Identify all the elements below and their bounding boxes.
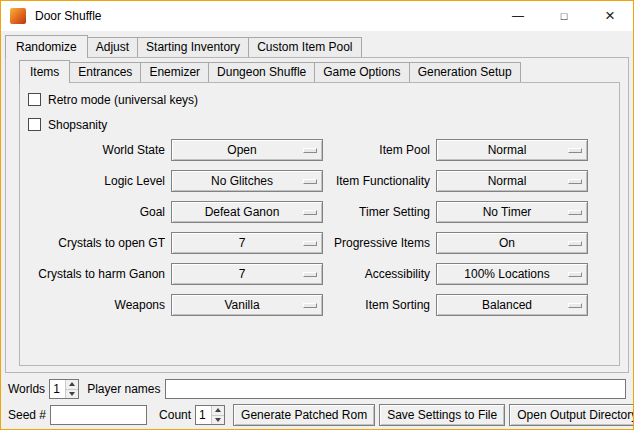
timer-setting-value: No Timer	[483, 205, 542, 219]
player-names-input[interactable]	[165, 379, 627, 399]
tab-dungeon-shuffle[interactable]: Dungeon Shuffle	[208, 62, 315, 82]
main-notebook: Randomize Adjust Starting Inventory Cust…	[5, 35, 629, 373]
logic-level-dropdown[interactable]: No Glitches	[171, 170, 323, 192]
item-sorting-label: Item Sorting	[329, 298, 430, 312]
crystals-open-gt-value: 7	[239, 236, 256, 250]
count-value: 1	[196, 406, 211, 424]
progressive-items-dropdown[interactable]: On	[436, 232, 588, 254]
item-sorting-dropdown[interactable]: Balanced	[436, 294, 588, 316]
generate-rom-button[interactable]: Generate Patched Rom	[233, 404, 375, 426]
multiworld-row: Worlds 1 Player names	[8, 378, 626, 400]
worlds-spin-arrows	[65, 380, 78, 398]
crystals-harm-ganon-value: 7	[239, 267, 256, 281]
item-pool-value: Normal	[488, 143, 537, 157]
title-bar: Door Shuffle — □ ×	[1, 1, 633, 31]
goal-value: Defeat Ganon	[205, 205, 290, 219]
shopsanity-row[interactable]: Shopsanity	[28, 113, 619, 136]
close-icon: ×	[605, 7, 615, 24]
tab-game-options[interactable]: Game Options	[314, 62, 409, 82]
crystals-open-gt-label: Crystals to open GT	[20, 236, 165, 250]
save-settings-button[interactable]: Save Settings to File	[379, 404, 505, 426]
dropdown-indicator-icon	[568, 210, 582, 215]
app-window: Door Shuffle — □ × Randomize Adjust Star…	[0, 0, 634, 430]
goal-dropdown[interactable]: Defeat Ganon	[171, 201, 323, 223]
shopsanity-checkbox[interactable]	[28, 118, 41, 131]
dropdown-indicator-icon	[568, 148, 582, 153]
accessibility-label: Accessibility	[329, 267, 430, 281]
seed-input[interactable]	[50, 405, 147, 425]
sub-notebook: Items Entrances Enemizer Dungeon Shuffle…	[19, 60, 620, 366]
item-functionality-label: Item Functionality	[329, 174, 430, 188]
crystals-harm-ganon-dropdown[interactable]: 7	[171, 263, 323, 285]
player-names-label: Player names	[87, 382, 160, 396]
progressive-items-value: On	[499, 236, 525, 250]
item-functionality-dropdown[interactable]: Normal	[436, 170, 588, 192]
main-tab-strip: Randomize Adjust Starting Inventory Cust…	[5, 35, 629, 57]
sub-tab-strip: Items Entrances Enemizer Dungeon Shuffle…	[19, 60, 620, 82]
settings-grid: World State Open Item Pool Normal	[20, 139, 619, 316]
maximize-button[interactable]: □	[541, 1, 587, 31]
retro-mode-row[interactable]: Retro mode (universal keys)	[28, 88, 619, 111]
crystals-open-gt-dropdown[interactable]: 7	[171, 232, 323, 254]
dropdown-indicator-icon	[303, 303, 317, 308]
weapons-dropdown[interactable]: Vanilla	[171, 294, 323, 316]
accessibility-value: 100% Locations	[464, 267, 559, 281]
spin-up-icon	[215, 408, 221, 412]
generation-row: Seed # Count 1 Generate Patched Rom Save…	[8, 404, 626, 426]
item-functionality-value: Normal	[488, 174, 537, 188]
worlds-spinbox[interactable]: 1	[49, 379, 79, 399]
dropdown-indicator-icon	[303, 272, 317, 277]
spin-down-icon	[215, 418, 221, 422]
item-pool-dropdown[interactable]: Normal	[436, 139, 588, 161]
close-button[interactable]: ×	[587, 1, 633, 31]
dropdown-indicator-icon	[303, 148, 317, 153]
caption-buttons: — □ ×	[495, 1, 633, 31]
logic-level-value: No Glitches	[211, 174, 283, 188]
retro-mode-checkbox[interactable]	[28, 93, 41, 106]
world-state-label: World State	[20, 143, 165, 157]
timer-setting-dropdown[interactable]: No Timer	[436, 201, 588, 223]
tab-entrances[interactable]: Entrances	[69, 62, 141, 82]
count-spin-up-button[interactable]	[211, 406, 224, 415]
tab-enemizer[interactable]: Enemizer	[140, 62, 209, 82]
randomize-tab-pane: Items Entrances Enemizer Dungeon Shuffle…	[5, 57, 629, 373]
minimize-icon: —	[512, 9, 524, 23]
tab-randomize[interactable]: Randomize	[5, 35, 88, 58]
world-state-value: Open	[227, 143, 266, 157]
window-title: Door Shuffle	[35, 9, 102, 23]
count-spinbox[interactable]: 1	[195, 405, 225, 425]
maximize-icon: □	[561, 10, 568, 22]
crystals-harm-ganon-label: Crystals to harm Ganon	[20, 267, 165, 281]
progressive-items-label: Progressive Items	[329, 236, 430, 250]
spin-down-icon	[69, 392, 75, 396]
worlds-spin-down-button[interactable]	[65, 389, 78, 399]
spin-up-icon	[69, 382, 75, 386]
tab-custom-item-pool[interactable]: Custom Item Pool	[248, 37, 361, 57]
items-tab-pane: Retro mode (universal keys) Shopsanity W…	[19, 82, 620, 366]
worlds-label: Worlds	[8, 382, 45, 396]
dropdown-indicator-icon	[303, 210, 317, 215]
world-state-dropdown[interactable]: Open	[171, 139, 323, 161]
dropdown-indicator-icon	[303, 241, 317, 246]
tab-adjust[interactable]: Adjust	[87, 37, 138, 57]
item-sorting-value: Balanced	[482, 298, 542, 312]
retro-mode-label: Retro mode (universal keys)	[48, 93, 198, 107]
dropdown-indicator-icon	[568, 303, 582, 308]
dropdown-indicator-icon	[568, 179, 582, 184]
dropdown-indicator-icon	[303, 179, 317, 184]
accessibility-dropdown[interactable]: 100% Locations	[436, 263, 588, 285]
count-spin-down-button[interactable]	[211, 415, 224, 425]
timer-setting-label: Timer Setting	[329, 205, 430, 219]
dropdown-indicator-icon	[568, 272, 582, 277]
app-icon[interactable]	[10, 8, 26, 24]
client-area: Randomize Adjust Starting Inventory Cust…	[1, 31, 633, 429]
tab-items[interactable]: Items	[19, 60, 70, 83]
minimize-button[interactable]: —	[495, 1, 541, 31]
worlds-spin-up-button[interactable]	[65, 380, 78, 389]
tab-starting-inventory[interactable]: Starting Inventory	[137, 37, 249, 57]
shopsanity-label: Shopsanity	[48, 118, 107, 132]
open-output-button[interactable]: Open Output Directory	[509, 404, 634, 426]
worlds-value: 1	[50, 380, 65, 398]
tab-generation-setup[interactable]: Generation Setup	[409, 62, 521, 82]
goal-label: Goal	[20, 205, 165, 219]
